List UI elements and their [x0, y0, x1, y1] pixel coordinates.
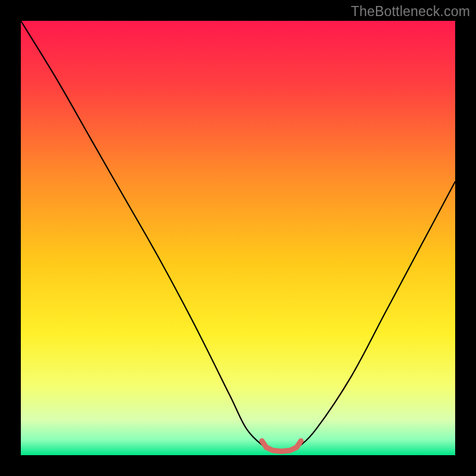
- bottleneck-plot: [0, 0, 476, 476]
- chart-frame: TheBottleneck.com: [0, 0, 476, 476]
- plot-background: [21, 21, 455, 455]
